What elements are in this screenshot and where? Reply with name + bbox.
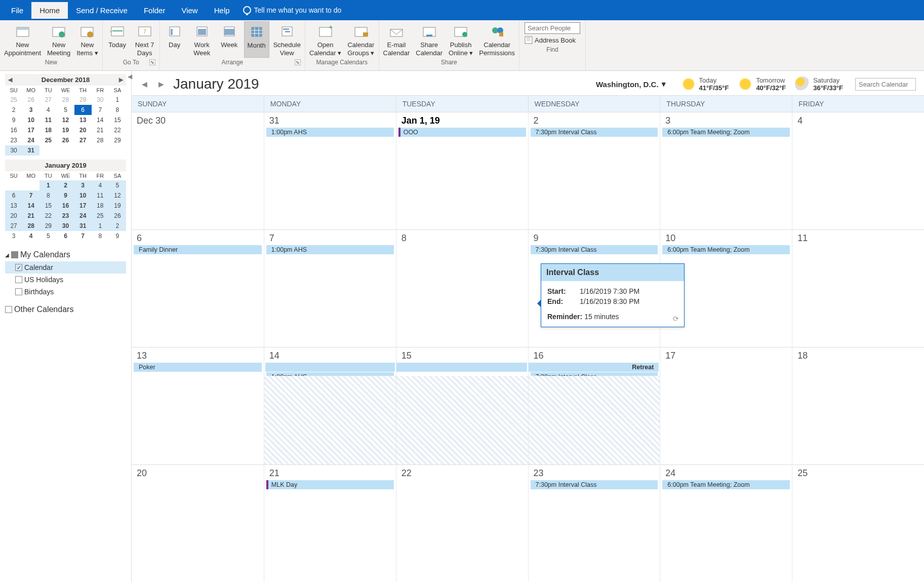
weather-tomorrow[interactable]: Tomorrow40°F/32°F bbox=[738, 76, 786, 92]
mini-day[interactable]: 27 bbox=[5, 221, 22, 231]
arrange-dialog-launcher[interactable]: ⬊ bbox=[295, 59, 301, 65]
event-bar[interactable]: 6:00pm Team Meeting; Zoom bbox=[662, 245, 790, 254]
tab-help[interactable]: Help bbox=[206, 2, 238, 19]
mini-day[interactable]: 9 bbox=[57, 190, 74, 201]
mini-day[interactable]: 19 bbox=[57, 125, 74, 135]
mini-day[interactable]: 1 bbox=[39, 180, 57, 190]
next-month-arrow[interactable]: ▶ bbox=[119, 76, 123, 83]
goto-dialog-launcher[interactable]: ⬊ bbox=[149, 59, 155, 65]
day-cell[interactable]: 20 bbox=[132, 465, 264, 582]
calendar-item[interactable]: Calendar bbox=[5, 261, 126, 274]
today-button[interactable]: Today bbox=[105, 21, 130, 58]
event-bar[interactable]: MLK Day bbox=[266, 480, 394, 489]
day-cell[interactable]: 71:00pm AHS bbox=[264, 230, 396, 347]
calendar-checkbox[interactable] bbox=[15, 264, 22, 271]
mini-day[interactable]: 15 bbox=[39, 201, 57, 211]
day-cell[interactable]: 15 bbox=[396, 347, 528, 464]
mini-day[interactable]: 4 bbox=[39, 105, 57, 115]
mini-day[interactable]: 5 bbox=[109, 180, 126, 190]
mini-day[interactable]: 24 bbox=[22, 135, 39, 145]
mini-day[interactable]: 31 bbox=[74, 221, 92, 231]
mini-day[interactable]: 26 bbox=[109, 211, 126, 221]
day-cell[interactable]: 17 bbox=[660, 347, 792, 464]
day-cell[interactable]: 13Poker bbox=[132, 347, 264, 464]
mini-day[interactable]: 17 bbox=[74, 201, 92, 211]
mini-day[interactable]: 27 bbox=[39, 95, 57, 105]
my-calendars-header[interactable]: ◢My Calendars bbox=[5, 248, 126, 261]
event-bar[interactable]: Family Dinner bbox=[134, 245, 262, 254]
mini-day[interactable]: 8 bbox=[109, 105, 126, 115]
my-calendars-checkbox[interactable] bbox=[11, 251, 18, 258]
event-bar[interactable]: 1:00pm AHS bbox=[266, 128, 394, 137]
mini-day[interactable]: 29 bbox=[74, 95, 92, 105]
location-dropdown[interactable]: Washington, D.C.▾ bbox=[596, 80, 666, 89]
tell-me-search[interactable]: Tell me what you want to do bbox=[243, 6, 342, 14]
new-appointment-button[interactable]: New Appointment bbox=[2, 21, 43, 58]
new-meeting-button[interactable]: New Meeting bbox=[45, 21, 72, 58]
mini-day[interactable]: 3 bbox=[22, 105, 39, 115]
mini-day[interactable]: 3 bbox=[74, 180, 92, 190]
mini-day[interactable]: 4 bbox=[22, 231, 39, 241]
mini-day[interactable]: 2 bbox=[57, 180, 74, 190]
mini-day[interactable]: 12 bbox=[57, 115, 74, 125]
mini-day[interactable]: 16 bbox=[5, 125, 22, 135]
search-calendar-input[interactable] bbox=[855, 78, 916, 91]
event-bar[interactable]: OOO bbox=[398, 128, 526, 137]
mini-day[interactable]: 10 bbox=[22, 115, 39, 125]
month-view-button[interactable]: Month bbox=[244, 21, 269, 58]
day-cell[interactable]: 16Retreat7:30pm Interval Class bbox=[528, 347, 660, 464]
allday-event[interactable] bbox=[396, 363, 527, 372]
tab-send-receive[interactable]: Send / Receive bbox=[68, 2, 136, 19]
mini-day[interactable]: 7 bbox=[92, 105, 109, 115]
mini-day[interactable]: 2 bbox=[109, 221, 126, 231]
mini-day[interactable]: 27 bbox=[74, 135, 92, 145]
mini-day[interactable]: 30 bbox=[92, 95, 109, 105]
mini-day[interactable]: 26 bbox=[57, 135, 74, 145]
mini-day[interactable]: 4 bbox=[92, 180, 109, 190]
mini-day[interactable]: 11 bbox=[92, 190, 109, 201]
search-people-input[interactable] bbox=[525, 22, 580, 34]
mini-day[interactable]: 22 bbox=[39, 211, 57, 221]
day-view-button[interactable]: Day bbox=[162, 21, 187, 58]
mini-day[interactable]: 6 bbox=[74, 105, 92, 115]
mini-day[interactable]: 3 bbox=[5, 231, 22, 241]
day-cell[interactable]: Dec 30 bbox=[132, 112, 264, 229]
day-cell[interactable]: 237:30pm Interval Class bbox=[528, 465, 660, 582]
day-cell[interactable]: 18 bbox=[792, 347, 924, 464]
mini-day[interactable]: 14 bbox=[92, 115, 109, 125]
other-calendars-header[interactable]: Other Calendars bbox=[5, 303, 126, 316]
mini-day[interactable]: 25 bbox=[5, 95, 22, 105]
mini-day[interactable]: 17 bbox=[22, 125, 39, 135]
day-cell[interactable]: 4 bbox=[792, 112, 924, 229]
mini-day[interactable]: 8 bbox=[92, 231, 109, 241]
day-cell[interactable]: 8 bbox=[396, 230, 528, 347]
mini-day[interactable]: 1 bbox=[109, 95, 126, 105]
mini-day[interactable]: 18 bbox=[92, 201, 109, 211]
mini-day[interactable]: 25 bbox=[39, 135, 57, 145]
mini-day[interactable]: 7 bbox=[74, 231, 92, 241]
mini-day[interactable]: 6 bbox=[57, 231, 74, 241]
mini-day[interactable]: 8 bbox=[39, 190, 57, 201]
mini-day[interactable]: 6 bbox=[5, 190, 22, 201]
day-cell[interactable]: 21MLK Day bbox=[264, 465, 396, 582]
mini-day[interactable]: 5 bbox=[57, 105, 74, 115]
mini-day[interactable]: 12 bbox=[109, 190, 126, 201]
birthdays-checkbox[interactable] bbox=[15, 288, 22, 295]
mini-day[interactable]: 9 bbox=[109, 231, 126, 241]
next-7-days-button[interactable]: 7Next 7 Days bbox=[132, 21, 157, 58]
birthdays-item[interactable]: Birthdays bbox=[5, 286, 126, 298]
mini-day[interactable]: 28 bbox=[22, 221, 39, 231]
mini-day[interactable]: 29 bbox=[109, 135, 126, 145]
day-cell[interactable]: 27:30pm Interval Class bbox=[528, 112, 660, 229]
us-holidays-checkbox[interactable] bbox=[15, 276, 22, 283]
mini-day[interactable]: 28 bbox=[57, 95, 74, 105]
event-bar[interactable]: 6:00pm Team Meeting; Zoom bbox=[662, 480, 790, 489]
mini-day[interactable]: 16 bbox=[57, 201, 74, 211]
day-cell[interactable]: 14 1:00pm AHS bbox=[264, 347, 396, 464]
allday-event[interactable] bbox=[265, 363, 395, 372]
calendar-permissions-button[interactable]: Calendar Permissions bbox=[477, 21, 517, 58]
mini-day[interactable]: 30 bbox=[57, 221, 74, 231]
allday-event[interactable]: Retreat bbox=[529, 363, 659, 372]
mini-day[interactable]: 30 bbox=[5, 145, 22, 156]
day-cell[interactable]: 6Family Dinner bbox=[132, 230, 264, 347]
